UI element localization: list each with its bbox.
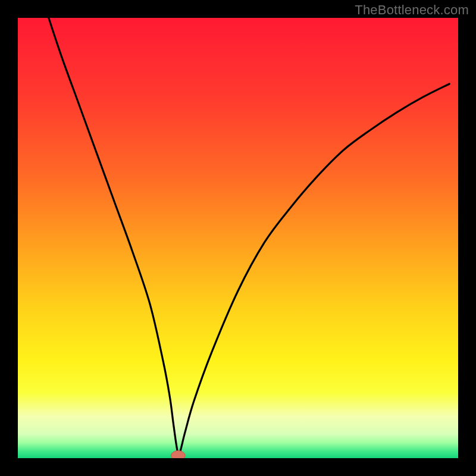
bottleneck-curve	[18, 18, 458, 458]
chart-frame: TheBottleneck.com	[0, 0, 476, 476]
plot-area	[18, 18, 458, 458]
attribution-label: TheBottleneck.com	[355, 2, 469, 18]
minimum-marker	[171, 450, 186, 458]
